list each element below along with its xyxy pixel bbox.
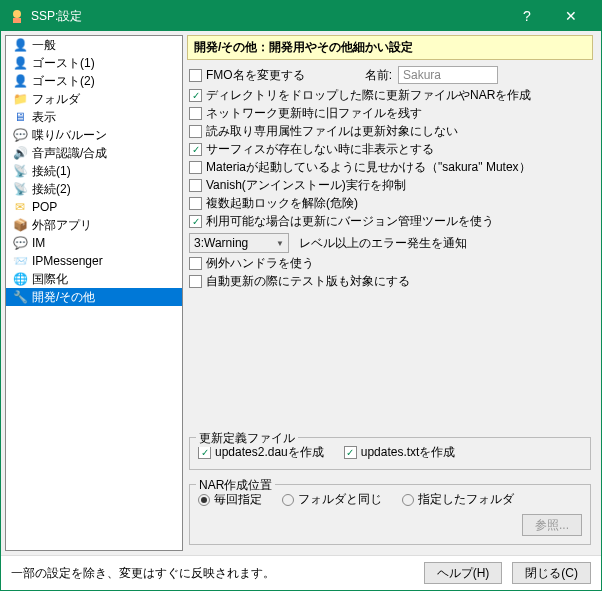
check-row: 利用可能な場合は更新にバージョン管理ツールを使う bbox=[189, 212, 591, 230]
form-body: FMO名を変更する 名前: Sakura ディレクトリをドロップした際に更新ファ… bbox=[187, 60, 593, 551]
sidebar-item-14[interactable]: 🔧開発/その他 bbox=[6, 288, 182, 306]
titlebar: SSP:設定 ? ✕ bbox=[1, 1, 601, 31]
help-button[interactable]: ? bbox=[505, 2, 549, 30]
sidebar-label: IM bbox=[32, 236, 45, 250]
bottom-note: 一部の設定を除き、変更はすぐに反映されます。 bbox=[11, 565, 424, 582]
sidebar-icon: 📨 bbox=[12, 253, 28, 269]
sidebar-icon: 💬 bbox=[12, 235, 28, 251]
checkbox[interactable] bbox=[189, 107, 202, 120]
sidebar-icon: 🖥 bbox=[12, 109, 28, 125]
sidebar-item-5[interactable]: 💬喋り/バルーン bbox=[6, 126, 182, 144]
check-row: サーフィスが存在しない時に非表示とする bbox=[189, 140, 591, 158]
fmo-row: FMO名を変更する 名前: Sakura bbox=[189, 66, 591, 84]
svg-rect-1 bbox=[13, 18, 21, 23]
check-label: Vanish(アンインストール)実行を抑制 bbox=[206, 177, 406, 194]
sidebar-item-9[interactable]: ✉POP bbox=[6, 198, 182, 216]
checkbox[interactable] bbox=[344, 446, 357, 459]
close-button[interactable]: ✕ bbox=[549, 2, 593, 30]
sidebar-item-12[interactable]: 📨IPMessenger bbox=[6, 252, 182, 270]
check-label: updates.txtを作成 bbox=[361, 444, 456, 461]
chevron-down-icon: ▼ bbox=[276, 239, 284, 248]
sidebar-item-6[interactable]: 🔊音声認識/合成 bbox=[6, 144, 182, 162]
sidebar-item-11[interactable]: 💬IM bbox=[6, 234, 182, 252]
sidebar-item-4[interactable]: 🖥表示 bbox=[6, 108, 182, 126]
update-legend: 更新定義ファイル bbox=[196, 430, 298, 447]
checkbox[interactable] bbox=[189, 257, 202, 270]
browse-button[interactable]: 参照... bbox=[522, 514, 582, 536]
nar-fieldset: NAR作成位置 毎回指定フォルダと同じ指定したフォルダ 参照... bbox=[189, 484, 591, 545]
sidebar-label: 表示 bbox=[32, 109, 56, 126]
sidebar-label: 一般 bbox=[32, 37, 56, 54]
radio[interactable] bbox=[402, 494, 414, 506]
sidebar-label: 喋り/バルーン bbox=[32, 127, 107, 144]
sidebar-label: 国際化 bbox=[32, 271, 68, 288]
section-header: 開発/その他：開発用やその他細かい設定 bbox=[187, 35, 593, 60]
sidebar-item-13[interactable]: 🌐国際化 bbox=[6, 270, 182, 288]
radio-label: 指定したフォルダ bbox=[418, 491, 514, 508]
checkbox[interactable] bbox=[189, 125, 202, 138]
app-icon bbox=[9, 8, 25, 24]
radio[interactable] bbox=[198, 494, 210, 506]
select-value: 3:Warning bbox=[194, 236, 248, 250]
sidebar-item-3[interactable]: 📁フォルダ bbox=[6, 90, 182, 108]
fmo-name-input[interactable]: Sakura bbox=[398, 66, 498, 84]
radio[interactable] bbox=[282, 494, 294, 506]
sidebar-label: 外部アプリ bbox=[32, 217, 92, 234]
level-row: 3:Warning ▼ レベル以上のエラー発生を通知 bbox=[189, 234, 591, 252]
check-row: ネットワーク更新時に旧ファイルを残す bbox=[189, 104, 591, 122]
fmo-name-label: 名前: bbox=[365, 67, 392, 84]
sidebar-icon: 👤 bbox=[12, 37, 28, 53]
checkbox[interactable] bbox=[189, 143, 202, 156]
check-label: ディレクトリをドロップした際に更新ファイルやNARを作成 bbox=[206, 87, 531, 104]
sidebar-label: 接続(2) bbox=[32, 181, 71, 198]
nar-radio-option: フォルダと同じ bbox=[282, 491, 382, 508]
sidebar-label: ゴースト(2) bbox=[32, 73, 95, 90]
sidebar-item-10[interactable]: 📦外部アプリ bbox=[6, 216, 182, 234]
sidebar-icon: 🔧 bbox=[12, 289, 28, 305]
checkbox[interactable] bbox=[189, 275, 202, 288]
fmo-check-label: FMO名を変更する bbox=[206, 67, 305, 84]
sidebar-icon: 📡 bbox=[12, 163, 28, 179]
close-btn[interactable]: 閉じる(C) bbox=[512, 562, 591, 584]
nar-legend: NAR作成位置 bbox=[196, 477, 275, 494]
checkbox[interactable] bbox=[198, 446, 211, 459]
nar-radio-option: 指定したフォルダ bbox=[402, 491, 514, 508]
sidebar-item-2[interactable]: 👤ゴースト(2) bbox=[6, 72, 182, 90]
content-panel: 開発/その他：開発用やその他細かい設定 FMO名を変更する 名前: Sakura… bbox=[183, 35, 597, 551]
sidebar-icon: 📦 bbox=[12, 217, 28, 233]
svg-point-0 bbox=[13, 10, 21, 18]
check-label: 自動更新の際にテスト版も対象にする bbox=[206, 273, 410, 290]
help-btn[interactable]: ヘルプ(H) bbox=[424, 562, 503, 584]
sidebar-label: ゴースト(1) bbox=[32, 55, 95, 72]
sidebar-item-7[interactable]: 📡接続(1) bbox=[6, 162, 182, 180]
error-level-select[interactable]: 3:Warning ▼ bbox=[189, 233, 289, 253]
sidebar-icon: 👤 bbox=[12, 55, 28, 71]
check-label: サーフィスが存在しない時に非表示とする bbox=[206, 141, 434, 158]
update-fieldset: 更新定義ファイル updates2.dauを作成updates.txtを作成 bbox=[189, 437, 591, 470]
sidebar-icon: 🌐 bbox=[12, 271, 28, 287]
sidebar-item-8[interactable]: 📡接続(2) bbox=[6, 180, 182, 198]
body: 👤一般👤ゴースト(1)👤ゴースト(2)📁フォルダ🖥表示💬喋り/バルーン🔊音声認識… bbox=[1, 31, 601, 555]
checkbox[interactable] bbox=[189, 161, 202, 174]
check-row: 例外ハンドラを使う bbox=[189, 254, 591, 272]
sidebar-label: 音声認識/合成 bbox=[32, 145, 107, 162]
sidebar-item-1[interactable]: 👤ゴースト(1) bbox=[6, 54, 182, 72]
sidebar-icon: 📡 bbox=[12, 181, 28, 197]
checkbox[interactable] bbox=[189, 215, 202, 228]
checkbox[interactable] bbox=[189, 89, 202, 102]
sidebar-item-0[interactable]: 👤一般 bbox=[6, 36, 182, 54]
fmo-checkbox[interactable] bbox=[189, 69, 202, 82]
checkbox[interactable] bbox=[189, 197, 202, 210]
sidebar-label: 開発/その他 bbox=[32, 289, 95, 306]
bottom-bar: 一部の設定を除き、変更はすぐに反映されます。 ヘルプ(H) 閉じる(C) bbox=[1, 555, 601, 590]
sidebar-label: 接続(1) bbox=[32, 163, 71, 180]
check-label: 利用可能な場合は更新にバージョン管理ツールを使う bbox=[206, 213, 494, 230]
check-row: Vanish(アンインストール)実行を抑制 bbox=[189, 176, 591, 194]
sidebar-label: フォルダ bbox=[32, 91, 80, 108]
update-check: updates.txtを作成 bbox=[344, 444, 456, 461]
checkbox[interactable] bbox=[189, 179, 202, 192]
radio-label: フォルダと同じ bbox=[298, 491, 382, 508]
window-title: SSP:設定 bbox=[31, 8, 505, 25]
check-row: Materiaが起動しているように見せかける（"sakura" Mutex） bbox=[189, 158, 591, 176]
check-label: 例外ハンドラを使う bbox=[206, 255, 314, 272]
